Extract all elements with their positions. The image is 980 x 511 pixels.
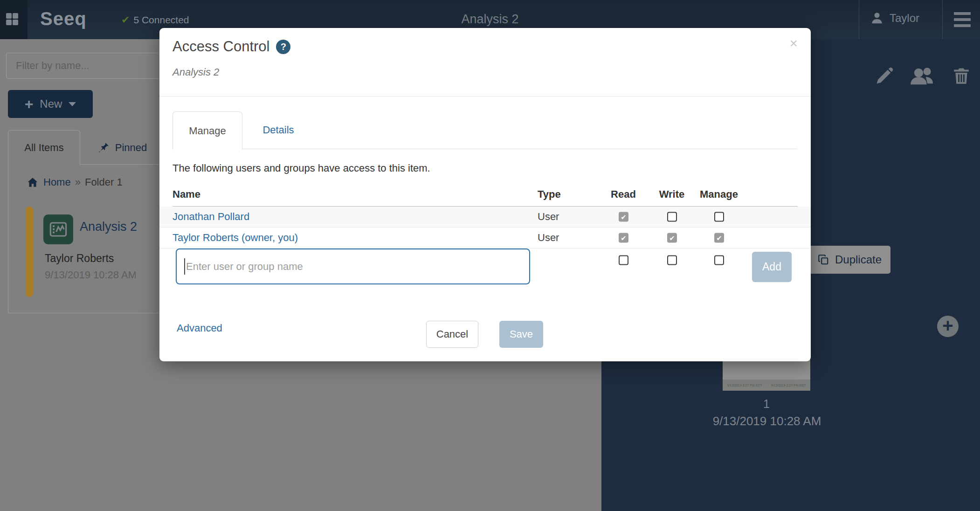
add-button[interactable]: Add <box>752 252 792 282</box>
breadcrumb-current: Folder 1 <box>85 176 123 188</box>
save-button[interactable]: Save <box>499 321 543 348</box>
breadcrumb-separator: » <box>75 176 81 188</box>
duplicate-button[interactable]: Duplicate <box>808 246 890 274</box>
column-header-read: Read <box>605 186 642 203</box>
advanced-link[interactable]: Advanced <box>177 322 222 334</box>
access-table-row: Taylor Roberts (owner, you) User <box>159 228 811 249</box>
modal-title-text: Access Control <box>173 38 269 55</box>
modal-divider <box>159 96 811 97</box>
add-worksheet-button[interactable]: + <box>937 316 959 337</box>
new-button-label: New <box>40 97 62 110</box>
copy-icon <box>817 254 829 266</box>
manage-checkbox[interactable] <box>714 212 724 222</box>
tabs-divider <box>173 149 798 149</box>
help-icon[interactable]: ? <box>276 40 290 54</box>
write-checkbox[interactable] <box>667 212 677 222</box>
card-owner: Taylor Roberts <box>45 252 114 265</box>
hamburger-menu-icon[interactable] <box>954 12 971 27</box>
read-checkbox[interactable] <box>619 233 628 243</box>
access-table-rows: Jonathan Pollard User Taylor Roberts (ow… <box>159 207 811 249</box>
tab-pinned[interactable]: Pinned <box>80 130 164 165</box>
new-button[interactable]: + New <box>8 90 93 118</box>
analysis-chart-icon <box>43 214 73 244</box>
access-table-row: Jonathan Pollard User <box>159 207 811 228</box>
page-title: Analysis 2 <box>0 12 980 27</box>
tab-pinned-label: Pinned <box>115 142 147 154</box>
user-type: User <box>538 232 559 244</box>
write-checkbox[interactable] <box>667 233 677 243</box>
caret-down-icon <box>69 102 76 106</box>
tab-details[interactable]: Details <box>243 111 313 149</box>
pushpin-icon <box>97 142 110 154</box>
user-name-link[interactable]: Taylor Roberts (owner, you) <box>173 232 298 244</box>
home-icon[interactable] <box>26 176 39 188</box>
worksheet-number: 1 <box>723 397 810 411</box>
tab-manage[interactable]: Manage <box>173 111 242 150</box>
column-header-name: Name <box>173 186 200 203</box>
username-label: Taylor <box>890 12 919 25</box>
plus-icon: + <box>942 316 953 335</box>
seeq-workbench: Seeq ✔5 Connected Analysis 2 Taylor + Ne… <box>0 0 980 511</box>
add-read-checkbox[interactable] <box>619 256 628 265</box>
column-header-manage: Manage <box>698 186 740 203</box>
column-header-type: Type <box>538 186 561 203</box>
thumbnail-axis-label: 9/13/2019 3:27 PM EDT <box>727 384 762 387</box>
topbar-divider <box>942 0 943 40</box>
thumbnail-axis: 9/13/2019 3:27 PM EDT 9/13/2019 3:27 PM … <box>723 380 810 391</box>
worksheet-actions <box>874 65 971 88</box>
thumbnail-axis-label: 9/13/2019 3:27 PM EDT <box>771 384 806 387</box>
user-icon <box>870 11 884 25</box>
breadcrumb-home-link[interactable]: Home <box>43 176 71 188</box>
add-row-checkboxes <box>159 251 811 269</box>
modal-title: Access Control ? <box>173 38 290 55</box>
add-write-checkbox[interactable] <box>667 256 677 265</box>
access-control-modal: × Access Control ? Analysis 2 Manage Det… <box>159 28 811 361</box>
user-type: User <box>538 211 559 223</box>
card-title-link[interactable]: Analysis 2 <box>80 220 137 234</box>
topbar-divider <box>859 0 859 40</box>
tab-all-items[interactable]: All Items <box>8 130 80 165</box>
column-header-write: Write <box>653 186 690 203</box>
user-menu-button[interactable]: Taylor <box>870 11 919 25</box>
read-checkbox[interactable] <box>619 212 628 222</box>
worksheet-timestamp: 9/13/2019 10:28 AM <box>695 414 839 428</box>
close-icon[interactable]: × <box>789 36 798 50</box>
card-accent-bar <box>26 207 33 297</box>
cancel-button[interactable]: Cancel <box>426 321 478 348</box>
add-manage-checkbox[interactable] <box>714 256 724 265</box>
user-name-link[interactable]: Jonathan Pollard <box>173 211 249 223</box>
duplicate-button-label: Duplicate <box>835 253 882 266</box>
plus-icon: + <box>25 97 34 111</box>
access-description: The following users and groups have acce… <box>173 162 430 174</box>
card-timestamp: 9/13/2019 10:28 AM <box>45 269 137 281</box>
breadcrumb: Home » Folder 1 <box>26 176 123 188</box>
access-control-people-icon[interactable] <box>909 65 938 88</box>
modal-subtitle: Analysis 2 <box>173 66 219 78</box>
delete-trash-icon[interactable] <box>952 66 971 88</box>
edit-pencil-icon[interactable] <box>874 66 895 88</box>
manage-checkbox[interactable] <box>714 233 724 243</box>
